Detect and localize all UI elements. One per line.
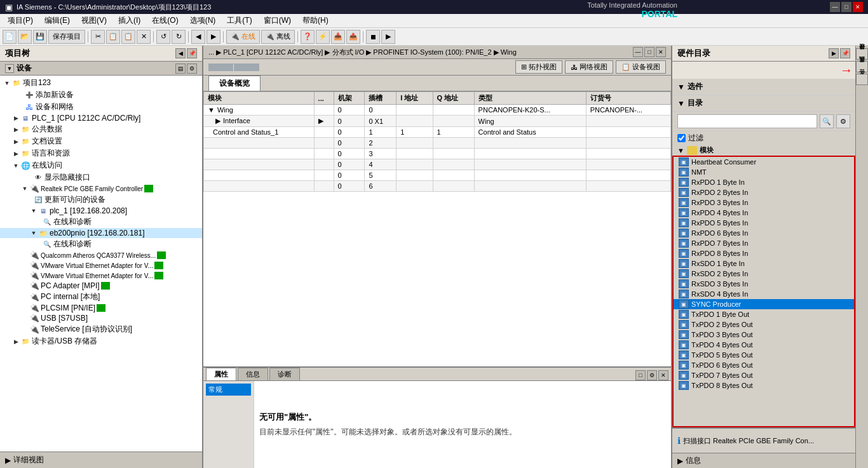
tree-collapse-button[interactable]: ◀ — [175, 48, 186, 58]
vtab-hardware-catalog[interactable]: 硬件目录 — [856, 48, 868, 60]
menu-window[interactable]: 窗口(W) — [259, 14, 296, 27]
tree-item-pc-mpi[interactable]: 🔌 PC Adapter [MPI] — [0, 281, 202, 291]
device-view-button[interactable]: 📋 设备视图 — [616, 60, 666, 74]
menu-project[interactable]: 项目(P) — [3, 14, 38, 27]
tree-item-plc1-ip[interactable]: ▼ 🖥 plc_1 [192.168.20.208] — [0, 206, 202, 216]
tree-toggle-oa[interactable]: ▼ — [11, 163, 20, 169]
help-button[interactable]: ❓ — [301, 30, 315, 44]
tree-item-plc1-diag[interactable]: 🔍 在线和诊断 — [0, 216, 202, 228]
tree-toggle-eb[interactable]: ▼ — [29, 230, 38, 236]
catalog-list-item[interactable]: ▣RxPDO 3 Bytes In — [674, 197, 854, 208]
tree-item-common-data[interactable]: ▶ 📁 公共数据 — [0, 123, 202, 135]
table-row[interactable]: ▼Wing00PNCANOPEN-K20-S...PNCANOPEN-... — [204, 105, 671, 116]
tree-pin-button[interactable]: 📌 — [187, 48, 197, 58]
prop-tab-info[interactable]: 信息 — [238, 368, 268, 380]
hw-pin-btn[interactable]: 📌 — [840, 48, 850, 58]
go-online-button[interactable]: 🔌 在线 — [226, 30, 260, 44]
catalog-list-item[interactable]: ▣RxPDO 4 Bytes In — [674, 208, 854, 218]
catalog-list-item[interactable]: ▣TxPDO 7 Bytes Out — [674, 370, 854, 380]
undo-button[interactable]: ↺ — [156, 30, 170, 44]
prop-tab-diagnostic[interactable]: 诊断 — [269, 368, 300, 380]
project-tree-area[interactable]: ▼ 📁 项目123 ➕ 添加新设备 🖧 设备和网络 ▶ 🖥 PLC_1 — [0, 76, 202, 451]
catalog-list-item[interactable]: ▣RxPDO 5 Bytes In — [674, 218, 854, 228]
vtab-tasks[interactable]: 任务 — [856, 74, 868, 85]
tab-device-overview[interactable]: 设备概览 — [208, 76, 261, 91]
back-button[interactable]: ◀ — [191, 30, 205, 44]
table-row[interactable]: 03 — [204, 149, 671, 159]
minimize-button[interactable]: — — [830, 2, 840, 12]
tree-item-update-accessible[interactable]: 🔄 更新可访问的设备 — [0, 194, 202, 206]
catalog-list-item[interactable]: ▣TxPDO 8 Bytes Out — [674, 380, 854, 391]
redo-button[interactable]: ↻ — [172, 30, 186, 44]
run-button[interactable]: ▶ — [381, 30, 395, 44]
table-row[interactable]: 05 — [204, 170, 671, 181]
breadcrumb-close-button[interactable]: ✕ — [656, 47, 666, 57]
delete-button[interactable]: ✕ — [137, 30, 151, 44]
tree-toggle-p1ip[interactable]: ▼ — [29, 208, 38, 214]
menu-tools[interactable]: 工具(T) — [222, 14, 257, 27]
catalog-list-item[interactable]: ▣TxPDO 2 Bytes Out — [674, 319, 854, 330]
catalog-search-button[interactable]: 🔍 — [820, 114, 834, 128]
tree-item-teleservice[interactable]: 🔌 TeleService [自动协议识别] — [0, 323, 202, 335]
catalog-list-item[interactable]: ▣RxPDO 7 Bytes In — [674, 238, 854, 248]
tree-toggle-cr[interactable]: ▶ — [11, 338, 20, 345]
catalog-list-item[interactable]: ▣TxPDO 5 Bytes Out — [674, 350, 854, 360]
catalog-list-item[interactable]: ▣RxSDO 4 Bytes In — [674, 289, 854, 299]
prop-nav-general[interactable]: 常规 — [206, 384, 251, 396]
filter-checkbox[interactable] — [677, 134, 686, 142]
tree-toggle-plc1[interactable]: ▶ — [11, 115, 20, 121]
tree-item-doc-settings[interactable]: ▶ 📁 文档设置 — [0, 135, 202, 147]
table-row[interactable]: 06 — [204, 181, 671, 192]
tree-toggle-ds[interactable]: ▶ — [11, 138, 20, 145]
catalog-list-item[interactable]: ▣SYNC Producer — [674, 299, 854, 309]
breadcrumb-min-button[interactable]: — — [633, 47, 643, 57]
tree-item-qualcomm[interactable]: 🔌 Qualcomm Atheros QCA9377 Wireless... — [0, 250, 202, 260]
tree-item-online-access[interactable]: ▼ 🌐 在线访问 — [0, 159, 202, 171]
catalog-section-header[interactable]: ▼ 目录 — [677, 98, 850, 109]
catalog-list-item[interactable]: ▣RxPDO 6 Bytes In — [674, 228, 854, 238]
download-button[interactable]: 📥 — [331, 30, 345, 44]
cut-button[interactable]: ✂ — [91, 30, 105, 44]
tree-item-show-hidden[interactable]: 👁 显示隐藏接口 — [0, 171, 202, 184]
tree-toggle-project[interactable]: ▼ — [3, 80, 11, 86]
tree-item-add-device[interactable]: ➕ 添加新设备 — [0, 89, 202, 101]
menu-help[interactable]: 帮助(H) — [297, 14, 334, 27]
new-button[interactable]: 📄 — [3, 30, 17, 44]
tree-item-devices-networks[interactable]: 🖧 设备和网络 — [0, 101, 202, 113]
table-row[interactable]: ▶Interface▶00 X1Wing — [204, 116, 671, 127]
tree-item-card-reader[interactable]: ▶ 📁 读卡器/USB 存储器 — [0, 335, 202, 347]
device-view-btn[interactable]: ▤ — [175, 64, 186, 74]
table-row[interactable]: 02 — [204, 138, 671, 149]
menu-online[interactable]: 在线(O) — [147, 14, 183, 27]
catalog-list-item[interactable]: ▣NMT — [674, 167, 854, 177]
catalog-list-item[interactable]: ▣RxSDO 1 Byte In — [674, 258, 854, 269]
device-settings-btn[interactable]: ⚙ — [187, 64, 197, 74]
save-project-button[interactable]: 保存项目 — [48, 30, 85, 44]
table-row[interactable]: 04 — [204, 159, 671, 170]
catalog-list-item[interactable]: ▣RxSDO 3 Bytes In — [674, 279, 854, 289]
topology-view-button[interactable]: ⊞ 拓扑视图 — [515, 60, 562, 74]
tree-item-usb[interactable]: 🔌 USB [S7USB] — [0, 313, 202, 323]
hw-collapse-btn[interactable]: ▶ — [829, 48, 839, 58]
tree-item-plc1[interactable]: ▶ 🖥 PLC_1 [CPU 1212C AC/DC/Rly] — [0, 113, 202, 123]
catalog-list-item[interactable]: ▣RxSDO 2 Bytes In — [674, 269, 854, 279]
menu-insert[interactable]: 插入(I) — [113, 14, 146, 27]
info-section-header[interactable]: ▶ 信息 — [672, 453, 855, 468]
catalog-list-item[interactable]: ▣RxPDO 2 Bytes In — [674, 187, 854, 197]
menu-options[interactable]: 选项(N) — [185, 14, 221, 27]
catalog-list-item[interactable]: ▣TxPDO 6 Bytes Out — [674, 360, 854, 370]
compile-button[interactable]: ⚡ — [316, 30, 330, 44]
catalog-list-item[interactable]: ▣TxPDO 4 Bytes Out — [674, 340, 854, 350]
prop-settings-btn[interactable]: ⚙ — [647, 370, 657, 380]
forward-button[interactable]: ▶ — [207, 30, 220, 44]
catalog-modules-folder[interactable]: ▼ 模块 — [672, 145, 855, 156]
catalog-list-item[interactable]: ▣Heartbeat Consumer — [674, 157, 854, 167]
tree-item-eb200[interactable]: ▼ 📁 eb200pnio [192.168.20.181] — [0, 228, 202, 238]
prop-close-btn[interactable]: ✕ — [658, 370, 668, 380]
open-button[interactable]: 📂 — [18, 30, 32, 44]
tree-item-realtek[interactable]: ▼ 🔌 Realtek PCIe GBE Family Controller — [0, 184, 202, 194]
tree-item-project[interactable]: ▼ 📁 项目123 — [0, 77, 202, 89]
catalog-list-item[interactable]: ▣RxPDO 8 Bytes In — [674, 248, 854, 258]
save-button[interactable]: 💾 — [33, 30, 47, 44]
tree-toggle-lr[interactable]: ▶ — [11, 150, 20, 157]
